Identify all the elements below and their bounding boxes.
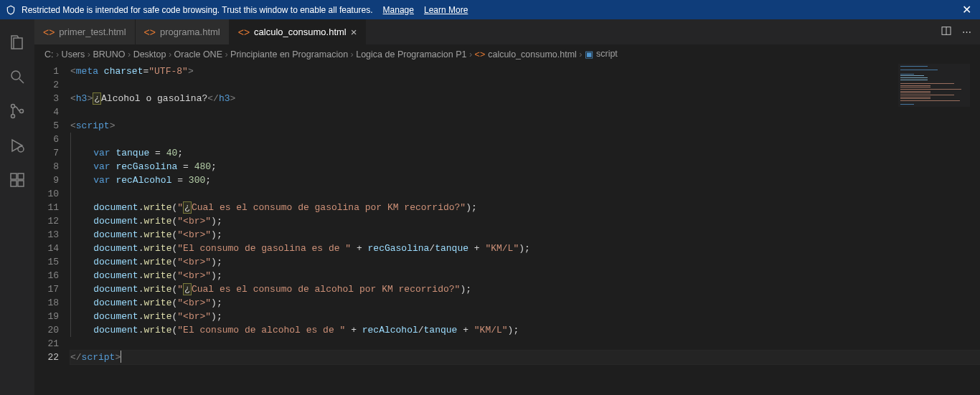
code-line[interactable]: var recGasolina = 480; [70, 160, 980, 173]
editor-tabs: <>primer_test.html<>programa.html<>calcu… [34, 19, 980, 44]
line-number: 9 [34, 173, 59, 187]
line-number: 12 [34, 214, 59, 228]
svg-rect-7 [18, 181, 24, 186]
code-line[interactable]: document.write("<br>"); [70, 269, 980, 282]
breadcrumb-separator: › [222, 49, 230, 60]
breadcrumb-symbol[interactable]: ▣ script [585, 49, 618, 60]
search-icon[interactable] [0, 60, 34, 94]
breadcrumb-separator: › [466, 49, 474, 60]
html-file-icon: <> [475, 49, 486, 60]
svg-point-3 [20, 110, 24, 113]
restricted-mode-bar: Restricted Mode is intended for safe cod… [0, 0, 980, 19]
manage-link[interactable]: Manage [383, 5, 414, 15]
restricted-mode-text: Restricted Mode is intended for safe cod… [22, 5, 373, 15]
code-line[interactable] [70, 133, 980, 146]
activity-bar [0, 19, 34, 395]
code-line[interactable]: </script> [70, 351, 980, 364]
line-number: 7 [34, 146, 59, 160]
svg-rect-5 [11, 173, 17, 179]
script-symbol-icon: ▣ [585, 49, 593, 60]
learn-more-link[interactable]: Learn More [424, 5, 468, 15]
breadcrumb-separator: › [126, 49, 133, 60]
line-number: 4 [34, 105, 59, 119]
code-editor[interactable]: 12345678910111213141516171819202122 <met… [34, 63, 980, 395]
code-line[interactable]: document.write("El consumo de gasolina e… [70, 242, 980, 255]
code-line[interactable] [70, 105, 980, 119]
breadcrumb-segment[interactable]: Users [62, 49, 85, 60]
line-number: 8 [34, 160, 59, 173]
code-line[interactable]: document.write("<br>"); [70, 214, 980, 228]
code-line[interactable]: document.write("El consumo de alcohol es… [70, 323, 980, 337]
tab-primer_test-html[interactable]: <>primer_test.html [34, 19, 136, 44]
code-line[interactable]: var recAlcohol = 300; [70, 173, 980, 187]
line-number: 5 [34, 119, 59, 133]
code-line[interactable]: document.write("<br>"); [70, 228, 980, 242]
line-number: 19 [34, 310, 59, 323]
extensions-icon[interactable] [0, 163, 34, 197]
tab-label: programa.html [160, 27, 220, 37]
code-line[interactable]: document.write("¿Cual es el consumo de g… [70, 201, 980, 214]
svg-point-2 [11, 115, 15, 118]
line-number: 6 [34, 133, 59, 146]
breadcrumb-segment[interactable]: Desktop [133, 49, 166, 60]
svg-point-1 [11, 105, 15, 108]
svg-rect-8 [18, 173, 24, 179]
split-editor-icon[interactable] [941, 25, 952, 39]
minimap[interactable] [898, 64, 970, 107]
tab-calculo_consumo-html[interactable]: <>calculo_consumo.html× [230, 19, 367, 44]
line-number: 18 [34, 296, 59, 310]
code-line[interactable]: var tanque = 40; [70, 146, 980, 160]
html-file-icon: <> [43, 27, 55, 38]
source-control-icon[interactable] [0, 94, 34, 128]
tab-label: primer_test.html [59, 27, 126, 37]
line-number: 2 [34, 78, 59, 92]
breadcrumb: C: › Users › BRUNO › Desktop › Oracle ON… [34, 44, 980, 63]
tab-label: calculo_consumo.html [254, 27, 347, 37]
line-number: 13 [34, 228, 59, 242]
breadcrumb-separator: › [54, 49, 62, 60]
line-number: 17 [34, 282, 59, 296]
tab-programa-html[interactable]: <>programa.html [136, 19, 230, 44]
line-number: 14 [34, 242, 59, 255]
line-number: 16 [34, 269, 59, 282]
svg-rect-6 [11, 181, 17, 186]
code-line[interactable]: <meta charset="UTF-8"> [70, 65, 980, 78]
line-number: 22 [34, 351, 59, 364]
html-file-icon: <> [238, 27, 250, 38]
code-line[interactable]: document.write("¿Cual es el consumo de a… [70, 282, 980, 296]
breadcrumb-segment[interactable]: Principiante en Programacion [230, 49, 348, 60]
breadcrumb-segment[interactable]: Logica de Programacion P1 [356, 49, 466, 60]
breadcrumb-segment[interactable]: C: [44, 49, 54, 60]
svg-point-4 [18, 146, 24, 152]
explorer-icon[interactable] [0, 25, 34, 60]
close-tab-icon[interactable]: × [351, 26, 357, 38]
line-number: 10 [34, 187, 59, 201]
close-notification-button[interactable]: ✕ [962, 3, 971, 16]
breadcrumb-segment[interactable]: BRUNO [93, 49, 125, 60]
line-number: 15 [34, 255, 59, 269]
text-cursor [121, 351, 121, 363]
svg-point-0 [11, 71, 20, 80]
code-content[interactable]: <meta charset="UTF-8"><h3>¿Alcohol o gas… [70, 65, 980, 395]
breadcrumb-separator: › [166, 49, 174, 60]
line-number-gutter: 12345678910111213141516171819202122 [34, 65, 70, 395]
more-actions-icon[interactable]: ⋯ [962, 27, 971, 37]
code-line[interactable] [70, 337, 980, 351]
breadcrumb-separator: › [577, 49, 585, 60]
code-line[interactable]: document.write("<br>"); [70, 310, 980, 323]
line-number: 11 [34, 201, 59, 214]
code-line[interactable]: document.write("<br>"); [70, 296, 980, 310]
shield-icon [6, 5, 16, 15]
code-line[interactable] [70, 187, 980, 201]
code-line[interactable]: document.write("<br>"); [70, 255, 980, 269]
breadcrumb-separator: › [348, 49, 356, 60]
line-number: 1 [34, 65, 59, 78]
code-line[interactable]: <h3>¿Alcohol o gasolina?</h3> [70, 92, 980, 105]
line-number: 3 [34, 92, 59, 105]
code-line[interactable] [70, 78, 980, 92]
run-debug-icon[interactable] [0, 128, 34, 163]
code-line[interactable]: <script> [70, 119, 980, 133]
breadcrumb-file[interactable]: <> calculo_consumo.html [475, 49, 577, 60]
breadcrumb-separator: › [85, 49, 93, 60]
breadcrumb-segment[interactable]: Oracle ONE [174, 49, 222, 60]
